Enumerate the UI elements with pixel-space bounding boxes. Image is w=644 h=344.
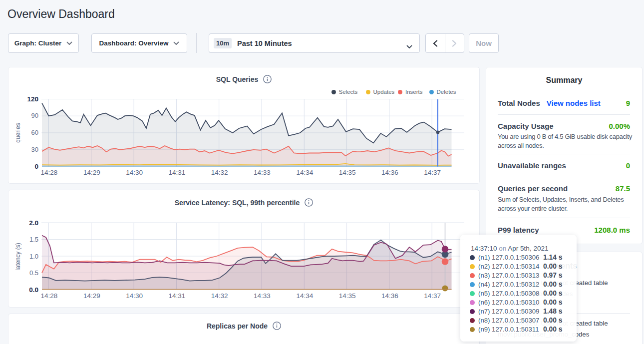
svg-text:2.0: 2.0 [29,219,38,227]
svg-text:14:30: 14:30 [126,292,143,300]
svg-text:14:29: 14:29 [83,292,100,300]
svg-text:14:37: 14:37 [424,169,441,176]
svg-text:14:31: 14:31 [169,292,186,300]
svg-text:14:37: 14:37 [424,292,441,300]
svg-text:14:36: 14:36 [381,292,398,300]
svg-text:14:28: 14:28 [41,292,58,300]
svg-text:14:34: 14:34 [296,292,313,300]
svg-text:14:29: 14:29 [83,169,100,176]
svg-text:0: 0 [34,163,38,170]
svg-text:14:35: 14:35 [339,292,356,300]
svg-text:90: 90 [31,112,38,119]
svg-text:0.5: 0.5 [29,269,38,277]
svg-text:30: 30 [31,146,38,153]
svg-text:0.0: 0.0 [29,286,38,294]
svg-text:14:32: 14:32 [211,169,228,176]
svg-text:1.0: 1.0 [29,253,38,260]
svg-text:14:28: 14:28 [41,169,58,176]
svg-text:14:30: 14:30 [126,169,143,176]
svg-text:120: 120 [27,95,38,103]
svg-text:14:33: 14:33 [254,169,271,176]
svg-text:queries: queries [14,123,21,142]
svg-text:14:35: 14:35 [339,169,356,176]
svg-text:14:34: 14:34 [296,169,313,176]
svg-text:14:32: 14:32 [211,292,228,300]
svg-text:latency (s): latency (s) [14,243,21,270]
svg-text:1.5: 1.5 [29,236,38,243]
svg-text:14:33: 14:33 [254,292,271,300]
svg-text:14:36: 14:36 [381,169,398,176]
svg-text:60: 60 [31,129,38,136]
svg-text:14:31: 14:31 [169,169,186,176]
